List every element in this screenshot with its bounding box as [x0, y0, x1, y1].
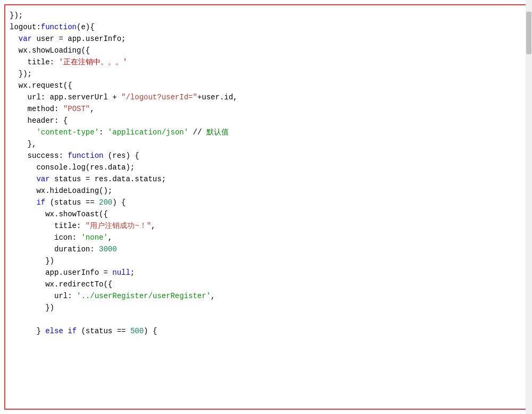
line-content: },: [5, 138, 522, 150]
token: 'application/json': [108, 128, 188, 137]
line-content: url: app.serverUrl + "/logout?userId="+u…: [5, 91, 522, 103]
code-line: wx.request({: [5, 80, 527, 91]
token: ,: [108, 233, 112, 242]
token: 'none': [81, 233, 107, 242]
token: user = app.userInfo;: [32, 35, 126, 43]
token: [10, 198, 36, 207]
token: [10, 175, 36, 183]
line-content: wx.showLoading({: [5, 45, 522, 56]
code-line: var user = app.userInfo;: [5, 33, 527, 45]
line-content: logout:function(e){: [5, 21, 522, 33]
token: [63, 327, 68, 335]
line-content: wx.showToast({: [5, 208, 522, 220]
code-line: title: "用户注销成功~！",: [5, 220, 527, 232]
code-line: },: [5, 138, 527, 150]
code-line: 'content-type': 'application/json' // 默认…: [5, 126, 527, 138]
token: var: [10, 35, 32, 43]
token: success:: [10, 151, 68, 160]
token: if: [36, 198, 45, 207]
token: if: [68, 327, 77, 335]
token: null: [112, 268, 130, 277]
token: 默认值: [206, 128, 229, 137]
token: ) {: [144, 327, 157, 335]
line-content: duration: 3000: [5, 243, 522, 255]
line-content: header: {: [5, 115, 522, 126]
token: header: {: [10, 116, 68, 125]
code-line: url: app.serverUrl + "/logout?userId="+u…: [5, 91, 527, 103]
line-content: wx.request({: [5, 80, 522, 91]
line-content: success: function (res) {: [5, 150, 522, 162]
token: (e){: [77, 23, 95, 31]
token: function: [41, 23, 77, 31]
token: 'content-type': [36, 128, 99, 137]
token: ;: [130, 268, 135, 277]
token: [10, 128, 36, 137]
token: else: [45, 327, 63, 335]
token: ,: [211, 292, 215, 300]
code-line: wx.showLoading({: [5, 45, 527, 56]
token: 200: [99, 198, 112, 207]
code-line: });: [5, 10, 527, 21]
token: "用户注销成功~！": [86, 222, 151, 230]
token: var: [36, 175, 49, 183]
token: ) {: [112, 198, 126, 207]
token: wx.hideLoading();: [10, 187, 112, 195]
token: :: [99, 128, 108, 137]
code-line: duration: 3000: [5, 243, 527, 255]
code-line: wx.showToast({: [5, 208, 527, 220]
token: });: [10, 11, 23, 20]
token: }): [10, 303, 54, 312]
token: (status ==: [45, 198, 99, 207]
line-content: app.userInfo = null;: [5, 267, 522, 278]
line-content: method: "POST",: [5, 103, 522, 115]
code-line: } else if (status == 500) {: [5, 325, 527, 337]
line-content: } else if (status == 500) {: [5, 325, 522, 337]
code-line: app.userInfo = null;: [5, 267, 527, 278]
code-line: });: [5, 68, 527, 80]
token: method:: [10, 105, 63, 113]
code-line: }): [5, 255, 527, 267]
line-content: }): [5, 255, 522, 267]
line-content: });: [5, 10, 522, 21]
token: console.log(res.data);: [10, 163, 135, 172]
line-content: 'content-type': 'application/json' // 默认…: [5, 126, 522, 138]
code-line: console.log(res.data);: [5, 162, 527, 173]
token: +user.id,: [197, 93, 238, 102]
scrollbar-thumb[interactable]: [526, 12, 531, 54]
token: wx.redirectTo({: [10, 280, 112, 289]
code-line: title: '正在注销中。。。': [5, 56, 527, 68]
token: },: [10, 140, 36, 148]
token: (res) {: [103, 151, 139, 160]
editor-container: });logout:function(e){ var user = app.us…: [0, 0, 532, 414]
token: "POST": [63, 105, 90, 113]
code-line: if (status == 200) {: [5, 197, 527, 208]
token: duration:: [10, 245, 99, 254]
line-content: var status = res.data.status;: [5, 173, 522, 185]
token: title:: [10, 58, 59, 66]
token: wx.showToast({: [10, 210, 108, 218]
token: "/logout?userId=": [121, 93, 197, 102]
token: ,: [151, 222, 155, 230]
code-line: [5, 314, 527, 325]
code-line: icon: 'none',: [5, 232, 527, 243]
token: }: [10, 327, 45, 335]
line-content: });: [5, 68, 522, 80]
token: });: [10, 70, 32, 78]
token: wx.showLoading({: [10, 46, 90, 55]
token: (status ==: [77, 327, 130, 335]
code-line: logout:function(e){: [5, 21, 527, 33]
token: '正在注销中。。。': [59, 58, 127, 66]
line-content: if (status == 200) {: [5, 197, 522, 208]
line-content: console.log(res.data);: [5, 162, 522, 173]
token: 500: [130, 327, 144, 335]
token: status = res.data.status;: [50, 175, 166, 183]
line-content: wx.redirectTo({: [5, 278, 522, 290]
code-line: wx.redirectTo({: [5, 278, 527, 290]
scrollbar[interactable]: [526, 0, 532, 414]
token: icon:: [10, 233, 81, 242]
line-content: url: '../userRegister/userRegister',: [5, 290, 522, 302]
token: 3000: [99, 245, 117, 254]
token: function: [68, 151, 103, 160]
code-line: }): [5, 302, 527, 314]
token: }): [10, 257, 54, 265]
